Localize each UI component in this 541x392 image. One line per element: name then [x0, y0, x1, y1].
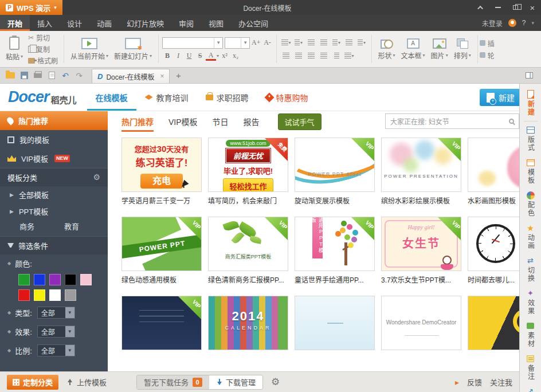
tool-layout[interactable]: 版式: [526, 123, 535, 155]
template-caption[interactable]: [295, 354, 375, 362]
shrink-font-button[interactable]: A-: [262, 38, 273, 48]
bold-button[interactable]: B: [162, 51, 173, 61]
template-caption[interactable]: 时间都去哪儿...: [468, 275, 519, 283]
columns-button[interactable]: ▾: [356, 37, 368, 48]
card-ad-english[interactable]: 您超过30天没有 练习英语了! 充电 学英语月薪三千变一万: [121, 138, 202, 204]
paste-button[interactable]: 粘贴▾: [3, 36, 26, 62]
tool-new[interactable]: 新建: [526, 87, 535, 120]
chevron-down-icon[interactable]: ▾: [531, 20, 534, 26]
align-center-button[interactable]: [293, 50, 305, 61]
tab-home[interactable]: 开始: [0, 15, 30, 31]
tab-insert[interactable]: 插入: [30, 15, 60, 31]
download-manager-button[interactable]: 下载管理: [209, 375, 262, 389]
wps-logo-button[interactable]: P WPS 演示 ▾: [0, 0, 62, 15]
card-template[interactable]: POWER PPT VIP 绿色动感通用模板: [121, 217, 202, 283]
tool-effects[interactable]: ✦ 效果: [526, 286, 535, 319]
recharge-button[interactable]: 充电: [140, 174, 183, 189]
save-button[interactable]: [17, 69, 31, 83]
paragraph-settings-button[interactable]: ▾: [343, 50, 355, 61]
superscript-button[interactable]: x²: [219, 51, 230, 61]
template-caption[interactable]: 童话世界手绘通用PP...: [295, 275, 375, 283]
template-thumbnail[interactable]: Happy girl! 女生节 VIP: [381, 217, 461, 271]
template-caption[interactable]: 3.7欢乐女生节PPT模...: [381, 275, 461, 283]
close-tab-icon[interactable]: ×: [160, 72, 164, 80]
new-presentation-button[interactable]: 新建: [480, 89, 519, 106]
tree-item-ppt-templates[interactable]: ▶ PPT模板: [0, 203, 108, 219]
tool-share[interactable]: ↗ 分享: [526, 384, 535, 392]
font-family-combobox[interactable]: ▼: [162, 37, 223, 49]
search-box[interactable]: 大家正在搜: 妇女节: [385, 113, 519, 129]
tree-child-education[interactable]: 教育: [64, 221, 79, 232]
template-thumbnail[interactable]: 通用PPT模板 VIP: [295, 217, 375, 271]
tab-review[interactable]: 审阅: [171, 15, 201, 31]
type-dropdown[interactable]: 全部 ▼: [37, 307, 75, 319]
format-painter-button[interactable]: 格式刷: [26, 56, 60, 66]
shapes-button[interactable]: 形状▾: [375, 37, 398, 61]
template-thumbnail[interactable]: POWER PPT 40set VIP: [295, 138, 375, 192]
template-thumbnail[interactable]: PRES VIP: [468, 138, 519, 192]
tab-slideshow[interactable]: 幻灯片放映: [119, 15, 171, 31]
card-template[interactable]: POWER PRESENTATION VIP 缤纷水彩彩绘展示模板: [381, 138, 461, 204]
tab-view[interactable]: 视图: [201, 15, 231, 31]
template-thumbnail[interactable]: POWER PPT VIP: [121, 217, 202, 271]
docer-tab-education[interactable]: 教育培训: [136, 84, 197, 111]
cut-button[interactable]: ✂剪切: [26, 33, 60, 43]
line-spacing-button[interactable]: ▾: [331, 37, 343, 48]
template-thumbnail[interactable]: VIP: [121, 296, 202, 350]
card-ad-job[interactable]: www.51job.com 前程无忧 毕业了,求职吧! 轻松找工作 免费 填写简…: [208, 138, 288, 204]
color-swatch-yellow[interactable]: [34, 289, 45, 301]
open-button[interactable]: [3, 69, 17, 83]
bullets-button[interactable]: ▾: [280, 37, 292, 48]
docer-tab-deals[interactable]: 特惠购物: [257, 84, 317, 111]
card-template[interactable]: 通用PPT模板 VIP 童话世界手绘通用PP...: [295, 217, 375, 283]
print-button[interactable]: [31, 69, 45, 83]
color-swatch-gray[interactable]: [65, 289, 76, 301]
tab-workspace[interactable]: 办公空间: [231, 15, 276, 31]
user-icon[interactable]: [508, 19, 516, 27]
distribute-button[interactable]: [331, 50, 343, 61]
template-caption[interactable]: 绿色动感通用模板: [121, 275, 202, 283]
color-swatch-pink[interactable]: [80, 274, 92, 285]
copy-button[interactable]: 复制: [26, 44, 60, 54]
card-template[interactable]: Happy girl! 女生节 VIP 3.7欢乐女生节PPT模...: [381, 217, 461, 283]
tree-item-all-templates[interactable]: ▶ 全部模板: [0, 186, 108, 203]
docer-tab-online-templates[interactable]: 在线模板: [87, 84, 136, 111]
tab-animation[interactable]: 动画: [89, 15, 119, 31]
gear-icon[interactable]: ⚙: [93, 173, 100, 182]
align-right-button[interactable]: [305, 50, 317, 61]
minimize-button[interactable]: [489, 0, 507, 15]
tool-assets[interactable]: 素材: [526, 319, 535, 351]
color-swatch-white[interactable]: [49, 289, 61, 301]
italic-button[interactable]: I: [173, 51, 183, 61]
card-template[interactable]: PRES VIP 水彩画图形模板: [468, 138, 519, 204]
login-status[interactable]: 未登录: [482, 18, 503, 28]
template-thumbnail[interactable]: 商务汇报类PPT模板 VIP: [208, 217, 288, 271]
numbering-button[interactable]: ▾: [293, 37, 305, 48]
tool-color-scheme[interactable]: 配色: [526, 188, 535, 221]
color-swatch-blue[interactable]: [34, 274, 45, 285]
task-pane-toggle-icon[interactable]: [526, 72, 533, 79]
picture-button[interactable]: 图片▾: [428, 37, 451, 61]
tool-animation[interactable]: ★ 动画: [526, 221, 535, 253]
align-left-button[interactable]: [280, 50, 292, 61]
ad-thumbnail[interactable]: www.51job.com 前程无忧 毕业了,求职吧! 轻松找工作 免费: [208, 138, 288, 192]
arrange-button[interactable]: 排列▾: [451, 37, 474, 61]
tool-transition[interactable]: ⇄ 切换: [526, 253, 535, 286]
play-from-current-button[interactable]: 从当前开始▾: [68, 37, 111, 62]
undo-button[interactable]: ↶: [58, 69, 72, 83]
template-thumbnail[interactable]: 时间都去哪儿了 VIP: [468, 217, 519, 271]
color-swatch-green[interactable]: [18, 274, 30, 285]
card-template[interactable]: Wondershare DemoCreator: [381, 296, 461, 362]
color-swatch-black[interactable]: [65, 274, 76, 285]
help-button[interactable]: ?: [522, 19, 526, 27]
card-template[interactable]: 商务汇报类PPT模板 VIP 绿色清新商务汇报模PP...: [208, 217, 288, 283]
font-size-combobox[interactable]: ▼: [225, 37, 250, 49]
subscript-button[interactable]: x₂: [230, 51, 241, 61]
template-caption[interactable]: 填写简历，机会来敲门: [208, 195, 288, 204]
feedback-link[interactable]: 反馈: [467, 377, 482, 387]
template-caption[interactable]: [208, 354, 288, 362]
strikethrough-button[interactable]: S: [195, 51, 205, 61]
upload-template-button[interactable]: 上传模板: [66, 377, 107, 387]
template-caption[interactable]: [121, 354, 202, 362]
chevron-down-icon[interactable]: ▾: [217, 53, 219, 58]
